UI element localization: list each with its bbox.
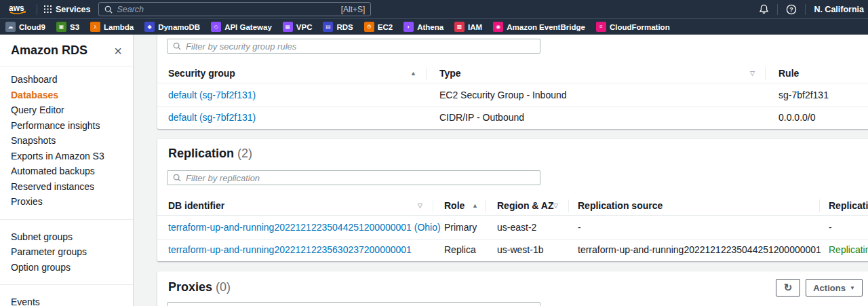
sidebar-divider	[0, 66, 133, 66]
role-cell: Replica	[444, 240, 476, 261]
favorite-ec2[interactable]: ⚙ EC2	[364, 22, 393, 32]
actions-button[interactable]: Actions ▼	[806, 279, 863, 297]
sidebar-title: Amazon RDS	[11, 43, 87, 58]
sidebar-item-dashboard[interactable]: Dashboard	[0, 72, 133, 88]
favorite-vpc[interactable]: ▦ VPC	[283, 22, 313, 32]
table-row: terraform-up-and-running2022121223563023…	[157, 240, 868, 261]
replication-state-cell: -	[829, 216, 832, 240]
replication-card: Replication (2) DB identifier ▽ Role ▲ R…	[157, 139, 868, 261]
vpc-icon: ▦	[283, 22, 293, 32]
favorite-iam[interactable]: ▩ IAM	[454, 22, 482, 32]
table-row: default (sg-7bf2f131) EC2 Security Group…	[157, 83, 868, 107]
column-header-region-az[interactable]: Region & AZ	[497, 196, 553, 216]
sort-asc-icon[interactable]: ▲	[472, 196, 478, 216]
refresh-button[interactable]: ↻	[776, 279, 800, 297]
favorite-rds[interactable]: ▤ RDS	[323, 22, 353, 32]
column-divider	[485, 199, 486, 212]
sidebar-item-parameter-groups[interactable]: Parameter groups	[0, 244, 133, 260]
main-content: Security group ▲ Type ▽ Rule default (sg…	[134, 35, 868, 306]
sidebar-item-performance-insights[interactable]: Performance insights	[0, 118, 133, 134]
sort-desc-icon[interactable]: ▽	[418, 196, 422, 216]
column-divider	[819, 199, 820, 212]
favorite-cloudformation[interactable]: ≡ CloudFormation	[596, 22, 670, 32]
replication-count: (2)	[237, 147, 252, 160]
replication-state-cell: Replicating	[829, 240, 868, 261]
sidebar-item-subnet-groups[interactable]: Subnet groups	[0, 229, 133, 245]
region-az-cell: us-east-2	[497, 216, 536, 240]
column-header-rule[interactable]: Rule	[778, 64, 799, 83]
table-row: default (sg-7bf2f131) CIDR/IP - Outbound…	[157, 107, 868, 128]
column-header-role[interactable]: Role	[444, 196, 465, 216]
rds-icon: ▤	[323, 22, 333, 32]
proxies-filter[interactable]	[167, 302, 540, 306]
replication-table-header: DB identifier ▽ Role ▲ Region & AZ ▽ Rep…	[157, 196, 868, 216]
dynamodb-icon: ◆	[144, 22, 155, 32]
column-header-db-identifier[interactable]: DB identifier	[168, 196, 224, 216]
favorite-api-gateway[interactable]: ◇ API Gateway	[211, 22, 272, 32]
nav-divider	[777, 4, 778, 15]
column-header-security-group[interactable]: Security group	[168, 64, 235, 83]
rds-sidebar: Amazon RDS × Dashboard Databases Query E…	[0, 35, 134, 306]
role-cell: Primary	[444, 216, 477, 240]
security-group-link[interactable]: default (sg-7bf2f131)	[168, 83, 256, 107]
sidebar-divider	[0, 219, 133, 220]
refresh-icon: ↻	[784, 282, 793, 294]
sort-desc-icon[interactable]: ▽	[553, 196, 558, 216]
cloudformation-icon: ≡	[596, 22, 606, 32]
chevron-down-icon: ▼	[850, 285, 855, 291]
global-search-box[interactable]: [Alt+S]	[98, 2, 371, 16]
security-group-link[interactable]: default (sg-7bf2f131)	[168, 107, 256, 128]
services-menu-button[interactable]: Services	[44, 5, 90, 14]
column-header-replication-state[interactable]: Replication	[829, 196, 868, 216]
search-input[interactable]	[117, 5, 336, 14]
replication-source-cell: terraform-up-and-running2022121223504425…	[578, 240, 821, 261]
grid-icon	[44, 5, 52, 13]
sidebar-item-reserved-instances[interactable]: Reserved instances	[0, 179, 133, 195]
column-header-replication-source[interactable]: Replication source	[578, 196, 663, 216]
sidebar-item-snapshots[interactable]: Snapshots	[0, 133, 133, 149]
region-selector[interactable]: N. California	[814, 5, 864, 14]
s3-icon: ▣	[56, 22, 66, 32]
sidebar-item-events[interactable]: Events	[0, 294, 133, 306]
favorite-cloud9[interactable]: ☁ Cloud9	[5, 22, 45, 32]
sidebar-item-proxies[interactable]: Proxies	[0, 194, 133, 210]
top-navigation-bar: aws Services [Alt+S]	[0, 0, 868, 18]
favorite-dynamodb[interactable]: ◆ DynamoDB	[144, 22, 200, 32]
cloud9-icon: ☁	[5, 22, 16, 32]
sidebar-item-query-editor[interactable]: Query Editor	[0, 102, 133, 118]
search-shortcut-hint: [Alt+S]	[341, 5, 366, 14]
favorite-athena[interactable]: ◐ Athena	[403, 22, 443, 32]
sidebar-item-automated-backups[interactable]: Automated backups	[0, 164, 133, 179]
sidebar-item-exports-s3[interactable]: Exports in Amazon S3	[0, 149, 133, 164]
replication-filter[interactable]	[167, 170, 540, 185]
favorite-eventbridge[interactable]: ◉ Amazon EventBridge	[493, 22, 585, 32]
sidebar-item-databases[interactable]: Databases	[0, 88, 133, 103]
column-divider	[426, 67, 427, 80]
proxies-count: (0)	[216, 280, 231, 294]
favorite-lambda[interactable]: λ Lambda	[90, 22, 134, 32]
security-group-filter[interactable]	[167, 39, 540, 54]
aws-logo-text: aws	[9, 3, 24, 13]
db-identifier-link[interactable]: terraform-up-and-running2022121223504425…	[168, 216, 441, 240]
sort-asc-icon[interactable]: ▲	[410, 64, 416, 83]
column-header-type[interactable]: Type	[439, 64, 461, 83]
search-icon	[104, 5, 113, 14]
services-label: Services	[56, 5, 90, 14]
athena-icon: ◐	[403, 22, 414, 32]
region-az-cell: us-west-1b	[497, 240, 543, 261]
notifications-bell-icon[interactable]	[759, 4, 769, 14]
sidebar-close-icon[interactable]: ×	[114, 46, 122, 56]
aws-logo[interactable]: aws	[7, 3, 30, 16]
help-icon[interactable]: ?	[786, 4, 797, 15]
db-identifier-link[interactable]: terraform-up-and-running2022121223563023…	[168, 240, 412, 261]
column-divider	[765, 67, 766, 80]
nav-divider	[805, 4, 806, 15]
favorite-s3[interactable]: ▣ S3	[56, 22, 79, 32]
lambda-icon: λ	[90, 22, 100, 32]
ec2-icon: ⚙	[364, 22, 374, 32]
sort-desc-icon[interactable]: ▽	[750, 64, 755, 83]
search-icon	[173, 174, 181, 182]
security-group-filter-input[interactable]	[186, 41, 534, 52]
sidebar-item-option-groups[interactable]: Option groups	[0, 260, 133, 275]
replication-filter-input[interactable]	[186, 173, 534, 183]
